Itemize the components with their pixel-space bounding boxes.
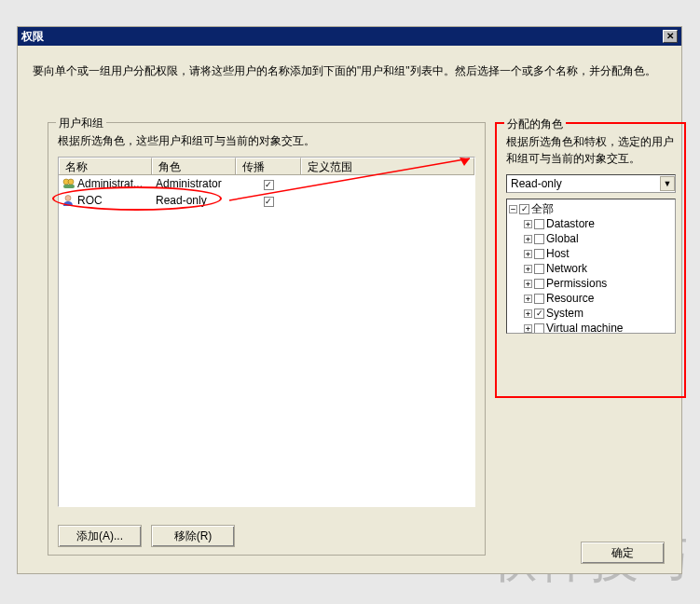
item-label: Network [546,262,587,275]
roles-legend: 分配的角色 [504,117,566,132]
tree-item[interactable]: +Datastore [509,216,673,231]
expand-icon[interactable]: + [524,235,532,243]
users-table[interactable]: 名称 角色 传播 定义范围 Administrat... Administrat… [58,157,475,507]
tree-root[interactable]: − ✓ 全部 [509,201,673,216]
add-button[interactable]: 添加(A)... [58,525,142,547]
ok-button[interactable]: 确定 [581,542,665,564]
item-label: System [546,307,583,320]
table-row[interactable]: Administrat... Administrator ✓ [59,175,474,192]
tree-item[interactable]: +✓System [509,306,673,321]
item-checkbox[interactable] [534,294,544,304]
roles-groupbox: 分配的角色 根据所选角色和特权，选定的用户和组可与当前的对象交互。 Read-o… [495,122,686,398]
item-label: Permissions [546,277,607,290]
row-role: Administrator [152,177,236,190]
svg-point-3 [65,196,71,201]
users-legend: 用户和组 [56,116,106,131]
item-checkbox[interactable] [534,219,544,229]
col-scope[interactable]: 定义范围 [301,158,474,174]
table-header[interactable]: 名称 角色 传播 定义范围 [59,158,474,175]
titlebar: 权限 ✕ [18,27,681,46]
intro-text: 要向单个或一组用户分配权限，请将这些用户的名称添加到下面的"用户和组"列表中。然… [33,62,666,80]
role-select[interactable]: Read-only ▼ [506,174,676,193]
tree-item[interactable]: +Virtual machine [509,321,673,334]
svg-point-1 [68,179,74,185]
expand-icon[interactable]: + [524,250,532,258]
col-role[interactable]: 角色 [152,158,236,174]
row-name: Administrat... [77,177,143,190]
item-checkbox[interactable] [534,279,544,289]
privileges-tree[interactable]: − ✓ 全部 +Datastore+Global+Host+Network+Pe… [506,199,676,334]
item-checkbox[interactable] [534,323,544,334]
expand-icon[interactable]: + [524,295,532,303]
role-selected-value: Read-only [511,177,562,190]
item-label: Virtual machine [546,322,624,334]
expand-icon[interactable]: + [524,324,532,333]
item-label: Resource [546,292,594,305]
root-checkbox[interactable]: ✓ [519,204,529,214]
group-icon [62,178,75,189]
users-help: 根据所选角色，这些用户和组可与当前的对象交互。 [58,132,475,149]
collapse-icon[interactable]: − [509,205,517,213]
item-label: Datastore [546,217,595,230]
expand-icon[interactable]: + [524,220,532,228]
users-groupbox: 用户和组 根据所选角色，这些用户和组可与当前的对象交互。 名称 角色 传播 定义… [48,122,486,556]
user-icon [62,195,75,206]
tree-item[interactable]: +Host [509,246,673,261]
root-label: 全部 [531,201,554,217]
item-checkbox[interactable] [534,234,544,244]
tree-item[interactable]: +Permissions [509,276,673,291]
tree-item[interactable]: +Network [509,261,673,276]
item-checkbox[interactable] [534,249,544,259]
table-row[interactable]: ROC Read-only ✓ [59,192,474,209]
item-checkbox[interactable]: ✓ [534,309,544,319]
item-label: Host [546,247,570,260]
tree-item[interactable]: +Resource [509,291,673,306]
chevron-down-icon[interactable]: ▼ [660,176,675,191]
propagate-checkbox[interactable]: ✓ [264,180,274,190]
permission-dialog: 权限 ✕ 要向单个或一组用户分配权限，请将这些用户的名称添加到下面的"用户和组"… [17,26,682,574]
expand-icon[interactable]: + [524,265,532,273]
expand-icon[interactable]: + [524,309,532,318]
col-propagate[interactable]: 传播 [236,158,301,174]
roles-help: 根据所选角色和特权，选定的用户和组可与当前的对象交互。 [506,133,675,167]
row-name: ROC [77,194,103,207]
tree-item[interactable]: +Global [509,231,673,246]
svg-rect-2 [63,185,75,188]
item-checkbox[interactable] [534,264,544,274]
expand-icon[interactable]: + [524,280,532,288]
row-role: Read-only [152,194,236,207]
dialog-title: 权限 [21,27,44,46]
item-label: Global [546,232,579,245]
close-button[interactable]: ✕ [663,30,678,43]
remove-button[interactable]: 移除(R) [151,525,235,547]
col-name[interactable]: 名称 [59,158,152,174]
propagate-checkbox[interactable]: ✓ [264,197,274,207]
